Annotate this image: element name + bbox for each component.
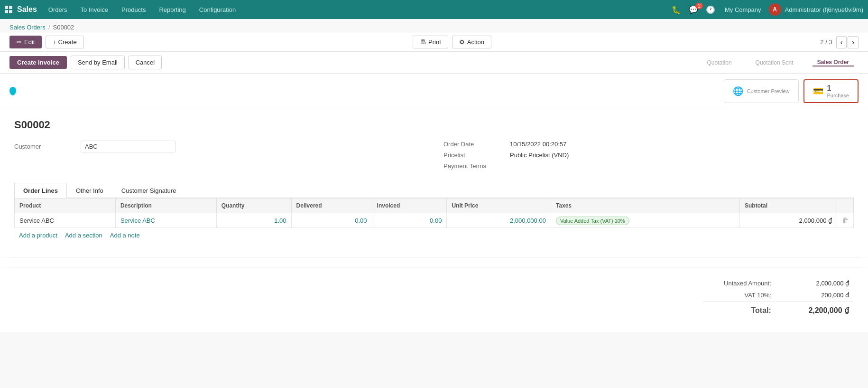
print-icon: 🖶 [420,38,426,46]
breadcrumb-current: S00002 [53,24,74,31]
tax-tag: Value Added Tax (VAT) 10% [556,217,629,225]
purchase-button[interactable]: 💳 1 Purchase [803,79,859,103]
untaxed-value: 2,000,000 ₫ [776,278,853,289]
totals-table: Untaxed Amount: 2,000,000 ₫ VAT 10%: 200… [702,277,854,318]
total-value: 2,200,000 ₫ [776,302,853,317]
totals-area: Untaxed Amount: 2,000,000 ₫ VAT 10%: 200… [0,267,868,332]
topnav-menu: Orders To Invoice Products Reporting Con… [42,0,670,19]
order-date-field-row: Order Date 10/15/2022 00:20:57 [443,141,854,148]
col-invoiced: Invoiced [372,199,447,213]
customer-preview-label: Customer Preview [747,88,790,94]
order-table: Product Description Quantity Delivered I… [14,198,854,228]
status-quotation: Quotation [702,59,737,66]
breadcrumb: Sales Orders / S00002 [0,19,868,33]
row-invoiced: 0.00 [372,213,447,228]
next-button[interactable]: › [848,36,859,48]
credit-card-icon: 💳 [813,86,823,96]
cancel-button[interactable]: Cancel [129,56,162,69]
col-taxes: Taxes [551,199,739,213]
prev-button[interactable]: ‹ [836,36,847,48]
nav-configuration[interactable]: Configuration [193,0,242,19]
breadcrumb-parent[interactable]: Sales Orders [9,24,46,31]
nav-to-invoice[interactable]: To Invoice [74,0,115,19]
order-date-value: 10/15/2022 00:20:57 [510,141,566,148]
user-name: Administrator (fj6nyue0vi9m) [785,6,863,13]
customer-preview-button[interactable]: 🌐 Customer Preview [724,79,799,103]
table-header: Product Description Quantity Delivered I… [15,199,854,213]
vat-label: VAT 10%: [703,290,775,301]
row-delivered: 0.00 [291,213,372,228]
customer-field-row: Customer [14,141,425,152]
clock-icon[interactable]: 🕐 [704,5,717,14]
edit-button[interactable]: ✏ Edit [9,36,42,48]
action-row: Create Invoice Send by Email Cancel Quot… [0,52,868,74]
nav-arrows: ‹ › [836,36,859,48]
company-name: My Company [725,6,761,13]
col-product: Product [15,199,116,213]
row-taxes: Value Added Tax (VAT) 10% [551,213,739,228]
order-date-label: Order Date [443,141,505,148]
purchase-count: 1 [827,84,831,93]
create-button[interactable]: + Create [46,36,83,48]
grid-icon [5,6,12,13]
col-quantity: Quantity [216,199,291,213]
toolbar-right: 2 / 3 ‹ › [820,36,859,48]
untaxed-row: Untaxed Amount: 2,000,000 ₫ [703,278,853,289]
delete-icon[interactable]: 🗑 [842,217,849,224]
nav-products[interactable]: Products [115,0,152,19]
pagination: 2 / 3 [820,38,832,46]
table-row: Service ABC Service ABC 1.00 0.00 0.00 2… [15,213,854,228]
print-button[interactable]: 🖶 Print [413,36,448,48]
tab-customer-signature[interactable]: Customer Signature [112,183,185,198]
add-section-link[interactable]: Add a section [65,232,102,239]
customer-label: Customer [14,143,76,150]
left-fields: Customer [14,141,425,173]
tabs: Order Lines Other Info Customer Signatur… [14,183,854,198]
col-description: Description [115,199,216,213]
bug-icon[interactable]: 🐛 [670,5,683,14]
table-body: Service ABC Service ABC 1.00 0.00 0.00 2… [15,213,854,228]
app-logo[interactable]: Sales [5,5,37,14]
row-delete[interactable]: 🗑 [837,213,854,228]
vat-value: 200,000 ₫ [776,290,853,301]
notification-badge: 2 [695,3,703,9]
user-avatar[interactable]: A [769,3,781,16]
breadcrumb-separator: / [48,24,50,31]
col-subtotal: Subtotal [740,199,837,213]
order-id: S00002 [14,119,854,131]
app-name: Sales [17,5,37,14]
nav-reporting[interactable]: Reporting [152,0,192,19]
nav-orders[interactable]: Orders [42,0,74,19]
total-row: Total: 2,200,000 ₫ [703,302,853,317]
add-row: Add a product Add a section Add a note [14,228,854,243]
globe-icon: 🌐 [733,86,743,96]
row-product: Service ABC [15,213,116,228]
customer-input[interactable] [81,141,175,152]
row-quantity: 1.00 [216,213,291,228]
row-subtotal: 2,000,000 ₫ [740,213,837,228]
tab-other-info[interactable]: Other Info [67,183,112,198]
send-email-button[interactable]: Send by Email [71,56,125,69]
create-invoice-button[interactable]: Create Invoice [9,56,67,69]
right-fields: Order Date 10/15/2022 00:20:57 Pricelist… [443,141,854,173]
add-note-link[interactable]: Add a note [110,232,140,239]
topnav-right: 🐛 💬 2 🕐 My Company A Administrator (fj6n… [670,3,863,16]
teal-drop [9,87,16,95]
pricelist-label: Pricelist [443,151,505,159]
tab-order-lines[interactable]: Order Lines [14,183,67,198]
payment-terms-label: Payment Terms [443,162,505,170]
vat-row: VAT 10%: 200,000 ₫ [703,290,853,301]
col-unit-price: Unit Price [447,199,551,213]
pricelist-value: Public Pricelist (VND) [510,151,569,159]
purchase-label: Purchase [827,93,849,98]
total-label: Total: [703,302,775,317]
chat-icon[interactable]: 💬 2 [687,5,700,14]
fields-grid: Customer Order Date 10/15/2022 00:20:57 … [14,141,854,173]
action-button[interactable]: ⚙ Action [452,36,491,48]
row-description: Service ABC [115,213,216,228]
topnav: Sales Orders To Invoice Products Reporti… [0,0,868,19]
add-product-link[interactable]: Add a product [19,232,57,239]
status-quotation-sent: Quotation Sent [751,59,798,66]
row-description-link[interactable]: Service ABC [120,217,155,224]
edit-icon: ✏ [17,38,22,46]
